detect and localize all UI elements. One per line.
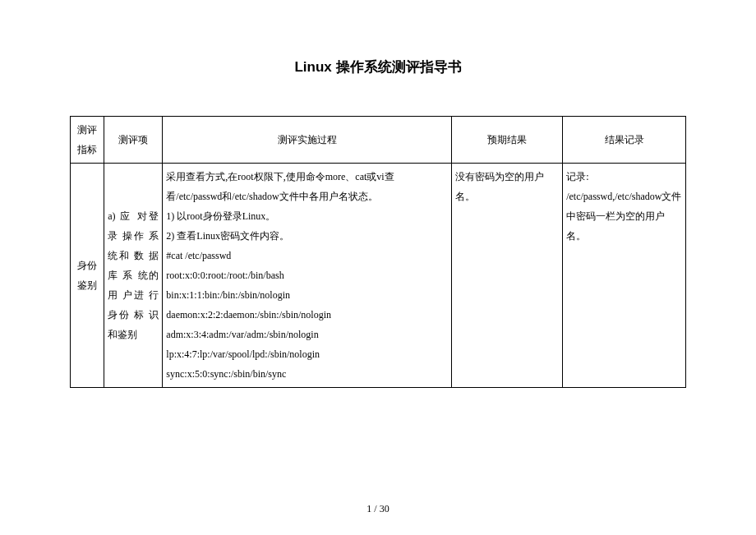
header-expected: 预期结果 [452,117,563,164]
table-row: 身份鉴别 a) 应 对登 录 操作 系 统和 数 据库 系 统的 用 户进 行 … [71,164,686,388]
table-header-row: 测评指标 测评项 测评实施过程 预期结果 结果记录 [71,117,686,164]
cell-indicator: 身份鉴别 [71,164,104,388]
document-title: Linux 操作系统测评指导书 [70,58,686,76]
header-process: 测评实施过程 [163,117,452,164]
cell-item: a) 应 对登 录 操作 系 统和 数 据库 系 统的 用 户进 行 身份 标 … [104,164,163,388]
document-page: Linux 操作系统测评指导书 测评指标 测评项 测评实施过程 预期结果 结果记… [0,0,756,535]
cell-record: 记录: /etc/passwd,/etc/shadow文件中密码一栏为空的用户名… [563,164,686,388]
cell-expected: 没有密码为空的用户名。 [452,164,563,388]
page-footer: 1 / 30 [0,503,756,515]
header-item: 测评项 [104,117,163,164]
header-indicator: 测评指标 [71,117,104,164]
assessment-table: 测评指标 测评项 测评实施过程 预期结果 结果记录 身份鉴别 a) 应 对登 录… [70,116,686,388]
header-record: 结果记录 [563,117,686,164]
cell-process: 采用查看方式,在root权限下,使用命令more、cat或vi查看/etc/pa… [163,164,452,388]
